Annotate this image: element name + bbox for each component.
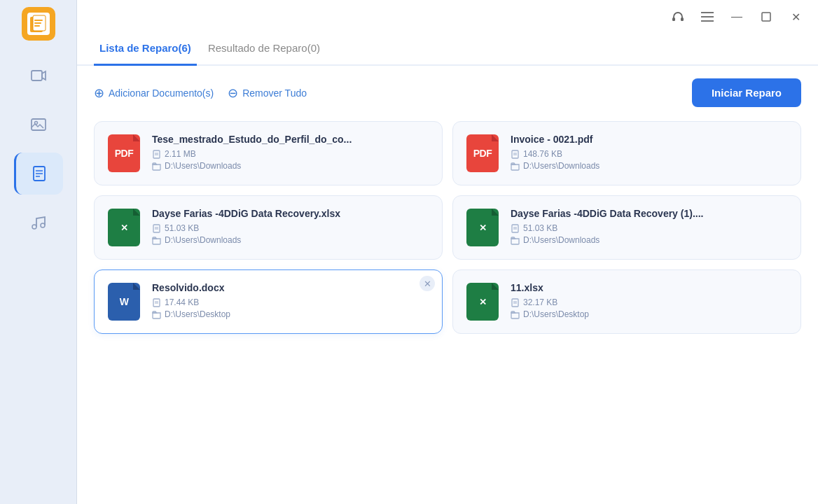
svg-rect-4 — [34, 25, 40, 27]
file-size-icon — [511, 150, 520, 159]
pdf-icon: PDF — [106, 133, 142, 174]
file-card-file1[interactable]: PDF Tese_mestrado_Estudo_do_Perfil_do_co… — [94, 121, 443, 186]
sidebar-item-audio[interactable] — [14, 202, 63, 244]
headphone-button[interactable] — [667, 6, 689, 28]
remove-all-button[interactable]: ⊖ Remover Tudo — [228, 85, 307, 101]
file-name: Dayse Farias -4DDiG Data Recovery.xlsx — [152, 208, 431, 219]
file-size-icon — [152, 150, 161, 159]
file-card-file6[interactable]: ✕ 11.xlsx 32.17 KB D:\Users\Desktop — [452, 270, 801, 334]
sidebar-item-photo[interactable] — [14, 104, 63, 146]
file-path-meta: D:\Users\Downloads — [511, 161, 789, 171]
file-path-meta: D:\Users\Downloads — [511, 235, 789, 245]
file-info: Invoice - 0021.pdf 148.76 KB D:\Users\Do… — [511, 134, 789, 173]
folder-icon — [511, 162, 520, 171]
folder-icon — [152, 310, 161, 319]
xlsx-icon: ✕ — [106, 207, 142, 248]
main-content: — ✕ Lista de Reparo(6) Resultado de Repa… — [77, 0, 818, 504]
file-path-meta: D:\Users\Desktop — [511, 309, 789, 319]
xlsx-icon: ✕ — [464, 281, 501, 322]
file-info: Dayse Farias -4DDiG Data Recovery.xlsx 5… — [152, 208, 431, 247]
pdf-icon: PDF — [464, 133, 501, 174]
file-size-icon — [152, 224, 161, 233]
file-size-meta: 148.76 KB — [511, 149, 789, 159]
file-info: Tese_mestrado_Estudo_do_Perfil_do_co... … — [152, 134, 431, 173]
file-size-meta: 32.17 KB — [511, 298, 789, 307]
file-size-meta: 17.44 KB — [152, 298, 431, 307]
tab-bar: Lista de Reparo(6) Resultado de Reparo(0… — [77, 34, 818, 66]
xlsx-icon: ✕ — [464, 207, 501, 248]
sidebar — [0, 0, 77, 504]
svg-rect-3 — [34, 22, 41, 24]
svg-rect-2 — [34, 20, 43, 21]
svg-point-13 — [41, 223, 45, 227]
file-card-file5[interactable]: W Resolvido.docx 17.44 KB D:\Users\Deskt… — [94, 270, 443, 334]
file-name: Dayse Farias -4DDiG Data Recovery (1)...… — [511, 208, 789, 219]
tab-repair-result[interactable]: Resultado de Reparo(0) — [202, 34, 326, 66]
file-card-file2[interactable]: PDF Invoice - 0021.pdf 148.76 KB D:\User… — [452, 121, 801, 186]
svg-rect-14 — [672, 18, 675, 21]
add-document-button[interactable]: ⊕ Adicionar Documento(s) — [94, 85, 214, 101]
folder-icon — [511, 236, 520, 245]
file-info: Resolvido.docx 17.44 KB D:\Users\Desktop — [152, 282, 431, 321]
svg-rect-19 — [762, 13, 770, 21]
folder-icon — [511, 310, 520, 319]
start-repair-button[interactable]: Iniciar Reparo — [692, 78, 801, 107]
add-icon: ⊕ — [94, 85, 104, 101]
file-grid: PDF Tese_mestrado_Estudo_do_Perfil_do_co… — [77, 114, 818, 348]
svg-point-12 — [32, 225, 36, 229]
file-name: Resolvido.docx — [152, 282, 431, 293]
file-name: Invoice - 0021.pdf — [511, 134, 789, 145]
close-button[interactable]: ✕ — [784, 6, 807, 28]
docx-icon: W — [106, 281, 142, 322]
sidebar-item-document[interactable] — [14, 153, 63, 195]
file-size-meta: 51.03 KB — [152, 223, 431, 233]
file-info: 11.xlsx 32.17 KB D:\Users\Desktop — [511, 282, 789, 321]
sidebar-item-video[interactable] — [14, 55, 63, 97]
file-size-meta: 51.03 KB — [511, 223, 789, 233]
file-path-meta: D:\Users\Desktop — [152, 309, 431, 319]
file-size-icon — [511, 298, 520, 307]
titlebar: — ✕ — [77, 0, 818, 34]
remove-file-button[interactable]: ✕ — [420, 276, 435, 291]
file-name: 11.xlsx — [511, 282, 789, 293]
svg-rect-15 — [681, 18, 684, 21]
file-size-icon — [511, 224, 520, 233]
file-card-file3[interactable]: ✕ Dayse Farias -4DDiG Data Recovery.xlsx… — [94, 195, 443, 260]
file-info: Dayse Farias -4DDiG Data Recovery (1)...… — [511, 208, 789, 247]
tab-repair-list[interactable]: Lista de Reparo(6) — [94, 34, 197, 66]
remove-icon: ⊖ — [228, 85, 238, 101]
logo-icon — [27, 13, 50, 35]
file-size-icon — [152, 298, 161, 307]
file-name: Tese_mestrado_Estudo_do_Perfil_do_co... — [152, 134, 431, 145]
file-path-meta: D:\Users\Downloads — [152, 161, 431, 171]
maximize-button[interactable] — [755, 6, 777, 28]
menu-button[interactable] — [696, 6, 719, 28]
folder-icon — [152, 236, 161, 245]
file-path-meta: D:\Users\Downloads — [152, 235, 431, 245]
minimize-button[interactable]: — — [726, 6, 748, 28]
toolbar: ⊕ Adicionar Documento(s) ⊖ Remover Tudo … — [77, 66, 818, 114]
svg-rect-5 — [32, 71, 42, 80]
folder-icon — [152, 162, 161, 171]
file-size-meta: 2.11 MB — [152, 149, 431, 159]
app-logo — [22, 7, 55, 41]
file-card-file4[interactable]: ✕ Dayse Farias -4DDiG Data Recovery (1).… — [452, 195, 801, 260]
